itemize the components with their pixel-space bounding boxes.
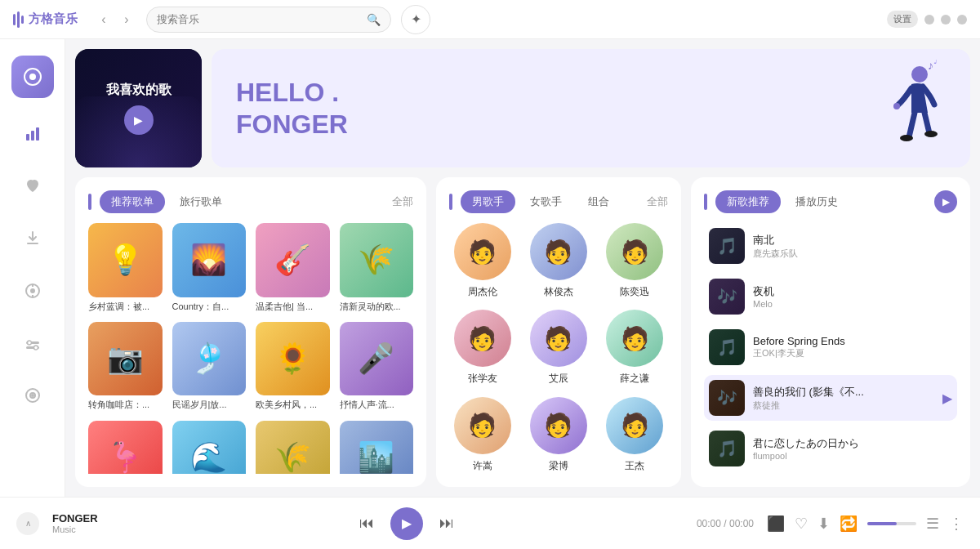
tab-recommended-playlist[interactable]: 推荐歌单	[100, 190, 165, 213]
tab-groups[interactable]: 组合	[577, 190, 621, 213]
sidebar-item-settings[interactable]	[16, 327, 49, 359]
hello-figure-icon: ♪ ♩	[864, 60, 946, 158]
avatar[interactable]	[11, 56, 54, 98]
search-input[interactable]	[157, 13, 360, 25]
list-item[interactable]: 💡 乡村蓝调：被...	[88, 223, 163, 312]
list-item[interactable]: 🧑 张学友	[449, 310, 515, 386]
list-item[interactable]: 🧑 周杰伦	[449, 223, 515, 300]
list-item[interactable]: 🧑 梁博	[525, 397, 591, 474]
minimize-button[interactable]	[924, 15, 934, 25]
rec-title-3: Before Spring Ends	[753, 335, 952, 347]
artist-name-1: 周杰伦	[468, 285, 497, 299]
sidebar-item-library[interactable]	[16, 379, 49, 412]
list-item[interactable]: 🎶 夜机 Melo	[704, 274, 957, 319]
list-item[interactable]: 🌻 欧美乡村风，...	[256, 322, 330, 411]
rec-thumb-5: 🎵	[709, 431, 745, 466]
maximize-button[interactable]	[941, 15, 951, 25]
list-item[interactable]: 🧑 陈奕迅	[602, 223, 668, 300]
sidebar-item-favorites[interactable]	[16, 170, 49, 203]
close-button[interactable]	[957, 15, 967, 25]
search-icon[interactable]: 🔍	[367, 13, 381, 26]
next-button[interactable]: ⏭	[439, 515, 454, 532]
queue-button[interactable]: ⋮	[949, 515, 964, 533]
artist-tabs: 男歌手 女歌手 组合 全部	[449, 190, 668, 213]
tune-button[interactable]: ✦	[401, 5, 430, 34]
back-button[interactable]: ‹	[94, 10, 114, 29]
tab-male-singers[interactable]: 男歌手	[461, 190, 515, 213]
sidebar-item-downloads[interactable]	[16, 222, 49, 255]
tab-new-songs[interactable]: 新歌推荐	[715, 190, 781, 213]
hello-line2: FONGER	[236, 109, 348, 140]
list-item[interactable]: 🧑 薛之谦	[602, 310, 668, 386]
prev-button[interactable]: ⏮	[359, 515, 374, 532]
app-name: 方格音乐	[29, 11, 78, 27]
sidebar-item-charts[interactable]	[16, 118, 49, 150]
artist-avatar-7: 🧑	[454, 397, 511, 454]
artist-name-2: 林俊杰	[544, 285, 573, 299]
playlist-label-1: 乡村蓝调：被...	[88, 301, 163, 312]
window-controls: 设置	[887, 11, 967, 28]
screen-button[interactable]: ⬛	[767, 515, 785, 533]
tab-play-history[interactable]: 播放历史	[784, 190, 849, 213]
list-item[interactable]: 🧑 许嵩	[449, 397, 515, 474]
list-item[interactable]: 🎸 温柔吉他| 当...	[256, 223, 330, 312]
rec-info-1: 南北 鹿先森乐队	[753, 233, 952, 260]
tab-female-singers[interactable]: 女歌手	[519, 190, 573, 213]
my-songs-play-button[interactable]: ▶	[124, 105, 154, 135]
artist-name-7: 许嵩	[473, 459, 492, 473]
list-item[interactable]: 🌄 Country：自...	[172, 223, 247, 312]
artist-all-button[interactable]: 全部	[647, 194, 668, 209]
list-item[interactable]: 🎤 抒情人声·流...	[340, 322, 414, 411]
rec-thumb-4: 🎶	[709, 380, 745, 416]
artist-avatar-5: 🧑	[530, 310, 587, 367]
settings-toggle[interactable]: 设置	[887, 11, 918, 28]
svg-point-21	[900, 135, 913, 141]
list-item[interactable]: 🎵 君に恋したあの日から flumpool	[704, 426, 957, 471]
svg-text:♪: ♪	[928, 60, 933, 72]
rec-title-2: 夜机	[753, 284, 952, 299]
list-item[interactable]: 🧑 王杰	[602, 397, 668, 474]
playlist-all-button[interactable]: 全部	[392, 194, 413, 209]
list-item[interactable]: 🧑 林俊杰	[525, 223, 591, 300]
list-item[interactable]: 🌾 麦田旋律...	[256, 421, 330, 474]
volume-slider[interactable]	[867, 522, 916, 525]
forward-button[interactable]: ›	[117, 10, 136, 29]
list-item[interactable]: 🎵 南北 鹿先森乐队	[704, 223, 957, 269]
playlist-thumb-1: 💡	[88, 223, 163, 297]
list-item[interactable]: 🏙️ 城市游记...	[340, 421, 414, 474]
play-pause-button[interactable]: ▶	[390, 507, 423, 540]
list-item[interactable]: 🎶 善良的我们 (影集《不... 蔡徒推 ▶	[704, 375, 957, 421]
tab-travel-playlist[interactable]: 旅行歌单	[168, 190, 234, 213]
playlist-accent	[88, 194, 91, 210]
rec-info-2: 夜机 Melo	[753, 284, 952, 309]
sidebar	[0, 39, 65, 497]
rec-info-4: 善良的我们 (影集《不... 蔡徒推	[753, 385, 934, 412]
logo-icon	[13, 11, 24, 28]
list-item[interactable]: 🎵 Before Spring Ends 王OK|李天夏	[704, 324, 957, 370]
list-item[interactable]: 📷 转角咖啡店：...	[88, 322, 163, 411]
playlist-thumb-8: 🎤	[340, 322, 414, 396]
list-item[interactable]: 🎐 民谣岁月|放...	[172, 322, 247, 411]
rec-thumb-2: 🎶	[709, 279, 745, 315]
my-songs-banner[interactable]: 我喜欢的歌 ▶	[75, 49, 202, 167]
volume-fill	[867, 522, 897, 525]
player-expand-button[interactable]: ∧	[16, 512, 39, 535]
list-item[interactable]: 🧑 艾辰	[525, 310, 591, 386]
rec-play-button[interactable]: ▶	[934, 190, 957, 213]
list-item[interactable]: 🌾 清新灵动的欧...	[340, 223, 414, 312]
list-item[interactable]: 🦩 粉色梦幻曲...	[88, 421, 163, 474]
svg-point-6	[31, 289, 34, 292]
download-button[interactable]: ⬇	[817, 515, 830, 533]
list-item[interactable]: 🌊 阳光海岸...	[172, 421, 247, 474]
loop-button[interactable]: 🔁	[840, 515, 858, 533]
rec-artist-1: 鹿先森乐队	[753, 248, 952, 260]
svg-rect-2	[26, 134, 29, 141]
svg-point-16	[911, 66, 928, 83]
player-bar: ∧ FONGER Music ⏮ ▶ ⏭ 00:00 / 00:00 ⬛ ♡ ⬇…	[0, 497, 980, 549]
my-songs-title: 我喜欢的歌	[106, 82, 172, 99]
search-bar[interactable]: 🔍	[146, 7, 391, 33]
playlist-button[interactable]: ☰	[926, 515, 939, 533]
sidebar-item-discover[interactable]	[16, 274, 49, 307]
artist-name-3: 陈奕迅	[620, 285, 649, 299]
like-button[interactable]: ♡	[795, 515, 808, 533]
